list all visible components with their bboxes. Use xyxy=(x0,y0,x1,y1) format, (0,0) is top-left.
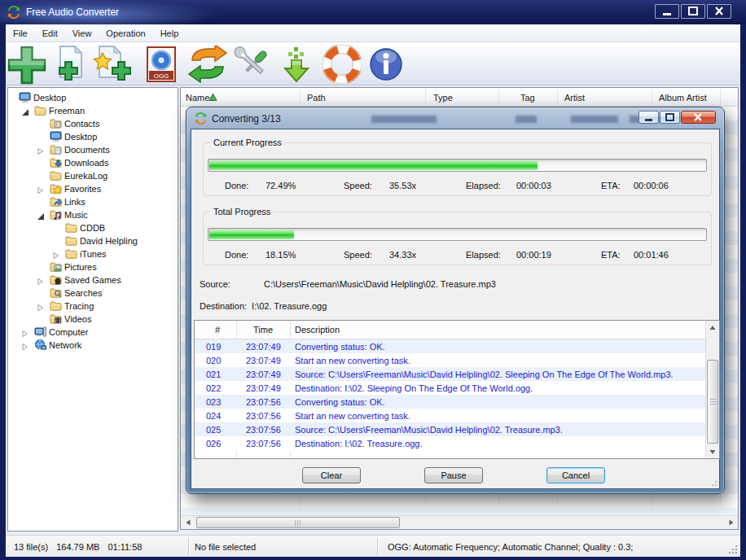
log-row[interactable]: 02323:07:56Converting status: OK. xyxy=(195,395,705,409)
tree-item-downloads[interactable]: Downloads xyxy=(8,156,178,169)
menu-edit[interactable]: Edit xyxy=(35,28,65,38)
tree-item-favorites[interactable]: Favorites xyxy=(8,182,178,195)
column-separator[interactable] xyxy=(720,90,721,105)
total-progress-group: Total Progress Done: 18.15% Speed: 34.33… xyxy=(203,212,712,265)
clear-button[interactable]: Clear xyxy=(302,467,361,483)
log-row[interactable]: 02623:07:56Destination: I:\02. Treasure.… xyxy=(195,436,705,450)
log-row[interactable]: 01923:07:49Converting status: OK. xyxy=(195,339,705,353)
expanded-arrow-icon[interactable] xyxy=(37,212,44,218)
tree-item-david-helpling[interactable]: David Helpling xyxy=(8,234,178,247)
collapsed-arrow-icon[interactable] xyxy=(22,342,29,348)
horizontal-scrollbar[interactable] xyxy=(181,515,738,529)
tree-item-network[interactable]: Network xyxy=(8,339,178,352)
convert-icon[interactable] xyxy=(186,45,230,84)
scroll-left-button[interactable] xyxy=(181,516,195,529)
log-row[interactable]: 02123:07:49Source: C:\Users\Freeman\Musi… xyxy=(195,367,705,381)
menu-file[interactable]: File xyxy=(6,28,35,38)
resize-grip[interactable] xyxy=(728,545,738,554)
expanded-arrow-icon[interactable] xyxy=(22,107,29,114)
done-label: Done: xyxy=(225,181,248,190)
column-separator[interactable] xyxy=(300,90,301,105)
add-folder-icon[interactable] xyxy=(91,45,134,84)
about-icon[interactable] xyxy=(369,45,403,84)
close-button[interactable] xyxy=(707,4,731,19)
log-row[interactable]: 02223:07:49Destination: I:\02. Sleeping … xyxy=(195,381,705,395)
dialog-maximize-button[interactable] xyxy=(660,111,680,124)
scroll-right-button[interactable] xyxy=(724,516,738,529)
tree-item-searches[interactable]: Searches xyxy=(8,287,178,300)
tree-item-computer[interactable]: Computer xyxy=(8,326,178,339)
svg-text:OGG: OGG xyxy=(154,72,169,80)
tree-item-itunes[interactable]: iTunes xyxy=(8,247,178,260)
column-header-name[interactable]: Name xyxy=(186,93,209,103)
tree-item-desktop[interactable]: Desktop xyxy=(8,91,178,104)
conversion-log: # Time Description 01923:07:49Converting… xyxy=(194,320,720,459)
tree-item-label: EurekaLog xyxy=(64,171,108,181)
collapsed-arrow-icon[interactable] xyxy=(37,186,44,192)
output-format-ogg-icon[interactable]: OGG xyxy=(147,45,176,84)
speed-value: 35.53x xyxy=(389,181,416,190)
tree-item-eurekalog[interactable]: EurekaLog xyxy=(8,169,178,182)
tree-item-cddb[interactable]: CDDB xyxy=(8,221,178,234)
scroll-down-button[interactable] xyxy=(706,444,719,458)
eta-label: ETA: xyxy=(601,181,621,190)
log-row[interactable]: 02423:07:56Start an new converting task. xyxy=(195,409,705,422)
log-col-desc[interactable]: Description xyxy=(295,325,340,335)
speed-value: 34.33x xyxy=(389,250,416,260)
log-col-time[interactable]: Time xyxy=(253,325,273,335)
dialog-resize-grip[interactable] xyxy=(708,477,717,487)
collapsed-arrow-icon[interactable] xyxy=(22,329,29,335)
scroll-up-button[interactable] xyxy=(706,321,719,335)
cancel-button[interactable]: Cancel xyxy=(546,467,605,483)
log-description: Source: C:\Users\Freeman\Music\David Hel… xyxy=(295,425,563,435)
column-header-album-artist[interactable]: Album Artist xyxy=(659,93,707,103)
log-row[interactable]: 02023:07:49Start an new converting task. xyxy=(195,353,705,367)
scroll-thumb[interactable] xyxy=(707,360,718,444)
tree-item-pictures[interactable]: Pictures xyxy=(8,260,178,273)
collapsed-arrow-icon[interactable] xyxy=(37,303,44,309)
collapsed-arrow-icon[interactable] xyxy=(53,251,59,257)
log-row[interactable]: 02523:07:56Source: C:\Users\Freeman\Musi… xyxy=(195,422,705,436)
column-separator[interactable] xyxy=(498,90,499,105)
log-scrollbar[interactable] xyxy=(705,321,719,458)
maximize-button[interactable] xyxy=(681,4,705,19)
menu-view[interactable]: View xyxy=(65,28,99,38)
add-file-icon[interactable] xyxy=(50,45,88,84)
options-icon[interactable] xyxy=(233,45,274,84)
add-files-icon[interactable] xyxy=(6,45,48,84)
minimize-button[interactable] xyxy=(655,4,679,19)
menu-bar: FileEditViewOperationHelp xyxy=(6,24,740,42)
log-col-num[interactable]: # xyxy=(215,325,220,335)
column-header-path[interactable]: Path xyxy=(307,93,326,103)
tree-item-label: Searches xyxy=(64,288,102,298)
tree-item-videos[interactable]: Videos xyxy=(8,313,178,326)
music-icon xyxy=(50,208,61,220)
tree-item-saved-games[interactable]: Saved Games xyxy=(8,273,178,287)
tree-item-music[interactable]: Music xyxy=(8,208,178,221)
tree-item-links[interactable]: Links xyxy=(8,195,178,208)
tree-item-documents[interactable]: Documents xyxy=(8,143,178,156)
menu-help[interactable]: Help xyxy=(153,28,186,38)
log-time: 23:07:56 xyxy=(246,397,281,407)
menu-operation[interactable]: Operation xyxy=(99,28,152,38)
help-icon[interactable] xyxy=(323,45,362,84)
scroll-thumb[interactable] xyxy=(196,517,400,528)
column-header-tag[interactable]: Tag xyxy=(520,93,535,103)
tree-item-contacts[interactable]: Contacts xyxy=(8,117,178,130)
tree-item-label: Favorites xyxy=(64,184,101,194)
collapsed-arrow-icon[interactable] xyxy=(37,277,44,283)
column-separator[interactable] xyxy=(425,90,426,105)
tree-item-freeman[interactable]: Freeman xyxy=(8,104,178,117)
column-header-type[interactable]: Type xyxy=(433,93,453,103)
tree-item-tracing[interactable]: Tracing xyxy=(8,300,178,313)
collapsed-arrow-icon[interactable] xyxy=(37,147,44,153)
column-separator[interactable] xyxy=(557,90,558,105)
tree-item-desktop[interactable]: Desktop xyxy=(8,130,178,143)
log-time: 23:07:49 xyxy=(246,370,281,379)
dialog-minimize-button[interactable] xyxy=(638,111,659,124)
download-icon[interactable] xyxy=(280,45,313,84)
column-separator[interactable] xyxy=(652,90,652,105)
dialog-close-button[interactable] xyxy=(681,111,716,124)
pause-button[interactable]: Pause xyxy=(424,467,483,483)
column-header-artist[interactable]: Artist xyxy=(564,93,585,103)
